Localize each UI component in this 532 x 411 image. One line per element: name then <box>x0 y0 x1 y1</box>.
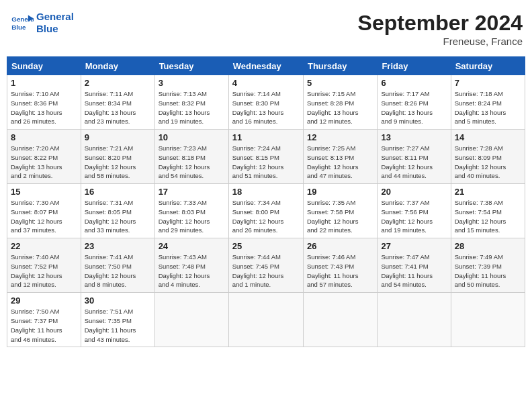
day-number: 2 <box>85 78 151 88</box>
weekday-header-thursday: Thursday <box>303 57 377 75</box>
day-cell: 27Sunrise: 7:47 AM Sunset: 7:41 PM Dayli… <box>378 238 451 293</box>
day-cell: 30Sunrise: 7:51 AM Sunset: 7:35 PM Dayli… <box>81 293 154 347</box>
day-info: Sunrise: 7:51 AM Sunset: 7:35 PM Dayligh… <box>85 307 151 344</box>
logo-text-line2: Blue <box>36 23 74 35</box>
day-info: Sunrise: 7:43 AM Sunset: 7:48 PM Dayligh… <box>159 253 225 289</box>
day-cell <box>451 293 525 347</box>
day-number: 5 <box>307 78 373 88</box>
day-cell: 22Sunrise: 7:40 AM Sunset: 7:52 PM Dayli… <box>7 238 81 293</box>
day-number: 24 <box>159 241 225 251</box>
week-row-2: 8Sunrise: 7:20 AM Sunset: 8:22 PM Daylig… <box>7 130 525 184</box>
day-info: Sunrise: 7:25 AM Sunset: 8:13 PM Dayligh… <box>307 144 373 181</box>
day-info: Sunrise: 7:38 AM Sunset: 7:54 PM Dayligh… <box>455 198 521 235</box>
weekday-header-sunday: Sunday <box>7 57 81 75</box>
day-info: Sunrise: 7:49 AM Sunset: 7:39 PM Dayligh… <box>455 253 521 289</box>
day-cell: 19Sunrise: 7:35 AM Sunset: 7:58 PM Dayli… <box>303 184 377 238</box>
day-number: 27 <box>381 241 447 251</box>
day-info: Sunrise: 7:41 AM Sunset: 7:50 PM Dayligh… <box>85 253 151 289</box>
day-cell: 10Sunrise: 7:23 AM Sunset: 8:18 PM Dayli… <box>154 130 228 184</box>
day-number: 20 <box>381 187 447 197</box>
day-info: Sunrise: 7:17 AM Sunset: 8:26 PM Dayligh… <box>381 89 447 126</box>
day-number: 1 <box>11 78 77 88</box>
title-block: September 2024 Freneuse, France <box>358 11 523 47</box>
day-number: 16 <box>85 187 151 197</box>
month-title: September 2024 <box>358 11 523 36</box>
day-cell: 12Sunrise: 7:25 AM Sunset: 8:13 PM Dayli… <box>303 130 377 184</box>
day-cell: 15Sunrise: 7:30 AM Sunset: 8:07 PM Dayli… <box>7 184 81 238</box>
day-number: 3 <box>159 78 225 88</box>
day-cell: 1Sunrise: 7:10 AM Sunset: 8:36 PM Daylig… <box>7 75 81 130</box>
day-number: 7 <box>455 78 521 88</box>
weekday-header-friday: Friday <box>378 57 451 75</box>
day-info: Sunrise: 7:34 AM Sunset: 8:00 PM Dayligh… <box>232 198 300 235</box>
day-info: Sunrise: 7:20 AM Sunset: 8:22 PM Dayligh… <box>11 144 77 181</box>
day-cell: 11Sunrise: 7:24 AM Sunset: 8:15 PM Dayli… <box>228 130 303 184</box>
day-cell <box>378 293 451 347</box>
day-number: 25 <box>232 241 300 251</box>
day-number: 4 <box>232 78 300 88</box>
logo-text-line1: General <box>36 11 74 23</box>
day-info: Sunrise: 7:40 AM Sunset: 7:52 PM Dayligh… <box>11 253 77 289</box>
logo: General Blue General Blue <box>9 11 74 35</box>
day-cell: 3Sunrise: 7:13 AM Sunset: 8:32 PM Daylig… <box>154 75 228 130</box>
day-number: 17 <box>159 187 225 197</box>
day-info: Sunrise: 7:46 AM Sunset: 7:43 PM Dayligh… <box>307 253 373 289</box>
week-row-3: 15Sunrise: 7:30 AM Sunset: 8:07 PM Dayli… <box>7 184 525 238</box>
day-number: 12 <box>307 132 373 142</box>
day-number: 23 <box>85 241 151 251</box>
day-cell: 17Sunrise: 7:33 AM Sunset: 8:03 PM Dayli… <box>154 184 228 238</box>
day-cell: 5Sunrise: 7:15 AM Sunset: 8:28 PM Daylig… <box>303 75 377 130</box>
day-cell: 16Sunrise: 7:31 AM Sunset: 8:05 PM Dayli… <box>81 184 154 238</box>
day-cell <box>228 293 303 347</box>
day-number: 29 <box>11 295 77 306</box>
day-info: Sunrise: 7:28 AM Sunset: 8:09 PM Dayligh… <box>455 144 521 181</box>
day-info: Sunrise: 7:27 AM Sunset: 8:11 PM Dayligh… <box>381 144 447 181</box>
day-info: Sunrise: 7:13 AM Sunset: 8:32 PM Dayligh… <box>159 89 225 126</box>
day-number: 13 <box>381 132 447 142</box>
weekday-header-tuesday: Tuesday <box>154 57 228 75</box>
day-number: 21 <box>455 187 521 197</box>
weekday-header-wednesday: Wednesday <box>228 57 303 75</box>
svg-text:Blue: Blue <box>11 24 26 31</box>
day-cell <box>303 293 377 347</box>
day-number: 18 <box>232 187 300 197</box>
day-cell: 26Sunrise: 7:46 AM Sunset: 7:43 PM Dayli… <box>303 238 377 293</box>
location: Freneuse, France <box>358 36 523 47</box>
day-number: 19 <box>307 187 373 197</box>
day-info: Sunrise: 7:35 AM Sunset: 7:58 PM Dayligh… <box>307 198 373 235</box>
day-cell: 29Sunrise: 7:50 AM Sunset: 7:37 PM Dayli… <box>7 293 81 347</box>
header: General Blue General Blue September 2024… <box>7 7 525 51</box>
calendar-table: SundayMondayTuesdayWednesdayThursdayFrid… <box>7 56 525 347</box>
day-info: Sunrise: 7:44 AM Sunset: 7:45 PM Dayligh… <box>232 253 300 289</box>
day-info: Sunrise: 7:23 AM Sunset: 8:18 PM Dayligh… <box>159 144 225 181</box>
day-info: Sunrise: 7:31 AM Sunset: 8:05 PM Dayligh… <box>85 198 151 235</box>
day-info: Sunrise: 7:18 AM Sunset: 8:24 PM Dayligh… <box>455 89 521 126</box>
day-number: 10 <box>159 132 225 142</box>
week-row-1: 1Sunrise: 7:10 AM Sunset: 8:36 PM Daylig… <box>7 75 525 130</box>
weekday-header-row: SundayMondayTuesdayWednesdayThursdayFrid… <box>7 57 525 75</box>
day-info: Sunrise: 7:21 AM Sunset: 8:20 PM Dayligh… <box>85 144 151 181</box>
day-info: Sunrise: 7:15 AM Sunset: 8:28 PM Dayligh… <box>307 89 373 126</box>
day-number: 11 <box>232 132 300 142</box>
day-cell: 21Sunrise: 7:38 AM Sunset: 7:54 PM Dayli… <box>451 184 525 238</box>
day-cell: 9Sunrise: 7:21 AM Sunset: 8:20 PM Daylig… <box>81 130 154 184</box>
day-cell: 2Sunrise: 7:11 AM Sunset: 8:34 PM Daylig… <box>81 75 154 130</box>
day-info: Sunrise: 7:33 AM Sunset: 8:03 PM Dayligh… <box>159 198 225 235</box>
logo-icon: General Blue <box>9 11 34 35</box>
day-info: Sunrise: 7:37 AM Sunset: 7:56 PM Dayligh… <box>381 198 447 235</box>
day-number: 9 <box>85 132 151 142</box>
day-cell: 7Sunrise: 7:18 AM Sunset: 8:24 PM Daylig… <box>451 75 525 130</box>
day-number: 26 <box>307 241 373 251</box>
day-cell: 13Sunrise: 7:27 AM Sunset: 8:11 PM Dayli… <box>378 130 451 184</box>
day-cell: 20Sunrise: 7:37 AM Sunset: 7:56 PM Dayli… <box>378 184 451 238</box>
day-cell: 14Sunrise: 7:28 AM Sunset: 8:09 PM Dayli… <box>451 130 525 184</box>
day-number: 30 <box>85 295 151 306</box>
day-cell: 6Sunrise: 7:17 AM Sunset: 8:26 PM Daylig… <box>378 75 451 130</box>
day-number: 28 <box>455 241 521 251</box>
day-number: 22 <box>11 241 77 251</box>
day-info: Sunrise: 7:14 AM Sunset: 8:30 PM Dayligh… <box>232 89 300 126</box>
day-info: Sunrise: 7:10 AM Sunset: 8:36 PM Dayligh… <box>11 89 77 126</box>
weekday-header-saturday: Saturday <box>451 57 525 75</box>
day-number: 15 <box>11 187 77 197</box>
day-cell: 4Sunrise: 7:14 AM Sunset: 8:30 PM Daylig… <box>228 75 303 130</box>
